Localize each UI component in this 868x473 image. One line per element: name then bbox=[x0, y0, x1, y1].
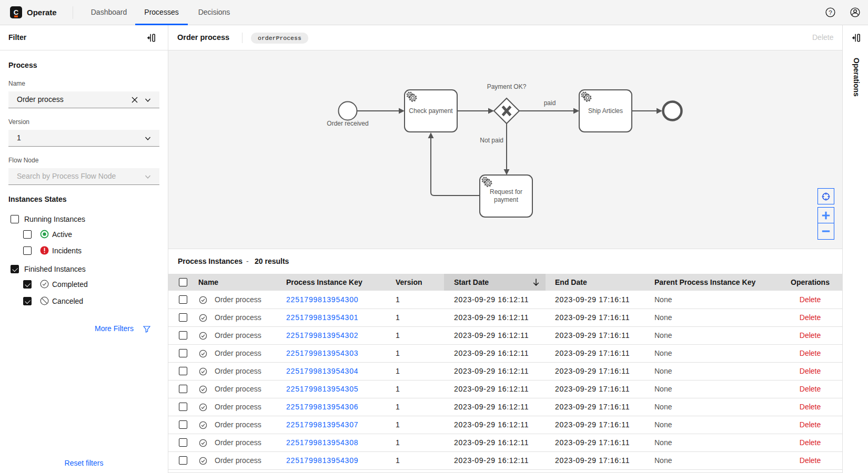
svg-text:paid: paid bbox=[544, 99, 556, 107]
svg-text:Not paid: Not paid bbox=[480, 137, 503, 144]
svg-text:?: ? bbox=[829, 9, 832, 16]
svg-text:payment: payment bbox=[494, 196, 519, 203]
svg-text:Check payment: Check payment bbox=[409, 107, 453, 115]
svg-text:Ship Articles: Ship Articles bbox=[588, 107, 623, 115]
svg-text:Request for: Request for bbox=[490, 188, 522, 196]
svg-text:Order received: Order received bbox=[327, 120, 368, 127]
svg-text:Payment OK?: Payment OK? bbox=[487, 83, 527, 90]
svg-text:C: C bbox=[14, 8, 19, 16]
